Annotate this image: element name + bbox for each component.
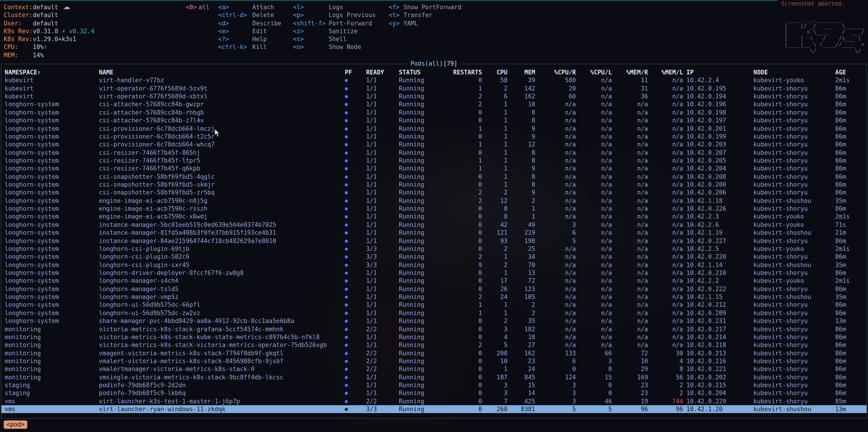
pod-row[interactable]: kubevirtvirt-operator-6776f5689d-xbtxl●1… (1, 92, 867, 100)
cell-node: kubevirt-shoryu (753, 84, 832, 92)
cell-node: kubevirt-shoryu (753, 148, 832, 157)
pod-row[interactable]: longhorn-systemcsi-resizer-7466f7b45f-86… (1, 148, 867, 157)
sort-arrow-icon: ↑ (37, 69, 41, 76)
pod-row[interactable]: monitoringvmalert-victoria-metrics-k8s-s… (1, 357, 867, 365)
pod-row[interactable]: longhorn-systeminstance-manager-81fd5a40… (1, 229, 867, 237)
pod-row[interactable]: kubevirtvirt-operator-6776f5689d-5zx9t●1… (1, 84, 867, 92)
col-header-ready: READY (366, 68, 399, 76)
pod-row[interactable]: monitoringvmagent-victoria-metrics-k8s-s… (1, 349, 867, 357)
pod-row[interactable]: longhorn-systemcsi-attacher-57689cc84b-z… (1, 117, 867, 125)
pod-row[interactable]: longhorn-systemengine-image-ei-acb7590c-… (1, 205, 867, 213)
pod-row[interactable]: longhorn-systemengine-image-ei-acb7590c-… (1, 197, 867, 205)
pod-row[interactable]: monitoringvmsingle-victoria-metrics-k8s-… (1, 373, 867, 381)
cell-node: kubevirt-shoryu (753, 389, 832, 397)
pod-row[interactable]: kubevirtvirt-handler-v77bz●1/1Running058… (1, 76, 867, 85)
cell-restarts: 0 (452, 333, 482, 341)
cell-pf: ● (342, 181, 366, 189)
hotkey-menu-column-1: <a>Attach<ctrl-d>Delete<d>Describe<e>Edi… (218, 3, 281, 51)
cell-mem_r: n/a (612, 301, 648, 309)
pod-row[interactable]: monitoringvictoria-metrics-k8s-stack-kub… (1, 333, 867, 341)
cell-ready: 1/1 (366, 125, 399, 133)
cell-mem: 219 (507, 229, 535, 237)
cell-cpu_r: 3 (535, 389, 576, 397)
col-header-status: STATUS (399, 68, 452, 76)
cell-namespace: longhorn-system (5, 108, 99, 117)
pod-row[interactable]: longhorn-systemcsi-resizer-7466f7b45f-q6… (1, 165, 867, 173)
cell-ready: 1/1 (366, 181, 399, 189)
pod-row[interactable]: longhorn-systemshare-manager-pvc-4bbd842… (1, 317, 867, 325)
pod-row[interactable]: monitoringvictoria-metrics-k8s-stack-gra… (1, 325, 867, 333)
hotkey-label: Kill (252, 44, 267, 51)
cell-ready: 2/2 (366, 365, 399, 373)
cell-cpu_r: n/a (535, 173, 576, 181)
hotkey-label: Attach (252, 4, 274, 11)
cell-name: instance-manager-5bc01eeb519c0ed639e504e… (99, 221, 342, 229)
pod-row[interactable]: longhorn-systemcsi-attacher-57689cc84b-r… (1, 108, 867, 117)
cell-cpu_r: 60 (535, 92, 576, 100)
pod-row[interactable]: longhorn-systemlonghorn-manager-vmp5z●1/… (1, 293, 867, 301)
cell-ip: 10.42.0.221 (686, 365, 753, 373)
pod-row[interactable]: stagingpodinfo-79db68f5c9-2d2dn●1/1Runni… (1, 381, 867, 389)
cell-name: longhorn-manager-tsld5 (99, 285, 342, 293)
cell-mem_l: n/a (648, 117, 683, 125)
cell-ip: 10.42.0.215 (686, 381, 753, 389)
cell-ready: 1/1 (366, 148, 399, 157)
cell-cpu: 1 (482, 309, 507, 317)
cell-cpu: 187 (482, 373, 507, 381)
cell-pf: ● (342, 117, 366, 125)
pod-row[interactable]: longhorn-systemcsi-snapshotter-58bf69fbd… (1, 189, 867, 197)
pod-row[interactable]: longhorn-systemcsi-provisioner-6c78dcb66… (1, 133, 867, 141)
cell-ip: 10.42.0.210 (686, 269, 753, 277)
pod-row[interactable]: longhorn-systeminstance-manager-5bc01eeb… (1, 221, 867, 229)
cell-ip: 10.42.2.2 (686, 277, 753, 285)
pod-row[interactable]: longhorn-systemlonghorn-manager-s4ch4●1/… (1, 277, 867, 285)
pod-row[interactable]: longhorn-systemcsi-provisioner-6c78dcb66… (1, 125, 867, 133)
col-header-cpu: CPU (482, 68, 507, 76)
cell-ready: 1/1 (366, 157, 399, 165)
pod-row[interactable]: longhorn-systemcsi-snapshotter-58bf69fbd… (1, 173, 867, 181)
cell-ip: 10.42.0.199 (686, 133, 753, 141)
cell-pf: ● (342, 100, 366, 108)
notification-text: Screenshot aborted. (781, 0, 845, 7)
pod-row[interactable]: longhorn-systemcsi-attacher-57689cc84b-g… (1, 100, 867, 108)
pod-row[interactable]: longhorn-systemlonghorn-csi-plugin-sxr45… (1, 261, 867, 269)
cell-ip: 10.42.0.197 (686, 117, 753, 125)
cell-restarts: 1 (452, 84, 482, 92)
cell-pf: ● (342, 309, 366, 317)
pod-row[interactable]: longhorn-systemlonghorn-ui-56d9b575dc-66… (1, 301, 867, 309)
cell-cpu: 1 (482, 117, 507, 125)
pod-row[interactable]: longhorn-systemcsi-snapshotter-58bf69fbd… (1, 181, 867, 189)
pod-row[interactable]: longhorn-systeminstance-manager-84ae2159… (1, 237, 867, 245)
cell-mem_l: 56 (648, 373, 683, 381)
pod-row[interactable]: longhorn-systemlonghorn-csi-plugin-582c6… (1, 253, 867, 261)
cell-mem_r: 10 (612, 357, 648, 365)
pod-row[interactable]: stagingpodinfo-79db68f5c9-lkb6q●1/1Runni… (1, 389, 867, 397)
cloud-icon: ☁ (63, 2, 70, 11)
cell-namespace: longhorn-system (5, 165, 99, 173)
cell-status: Running (399, 157, 452, 165)
cell-namespace: monitoring (5, 333, 99, 341)
cell-pf: ● (342, 317, 366, 325)
pod-row[interactable]: monitoringvictoria-metrics-k8s-stack-vic… (1, 341, 867, 349)
pod-row[interactable]: longhorn-systemlonghorn-driver-deployer-… (1, 269, 867, 277)
pod-row[interactable]: longhorn-systemlonghorn-ui-56d9b575dc-zw… (1, 309, 867, 317)
cell-cpu: 10 (482, 357, 507, 365)
cell-cpu_l: n/a (576, 269, 612, 277)
pod-row[interactable]: longhorn-systemlonghorn-manager-tsld5●1/… (1, 285, 867, 293)
cell-namespace: staging (5, 381, 99, 389)
cell-mem_l: 4 (648, 357, 683, 365)
table-title-scope: (all) (425, 60, 443, 67)
cell-pf: ● (342, 133, 366, 141)
cell-ip: 10.42.1.15 (686, 293, 753, 301)
pod-row[interactable]: monitoringvmalertmanager-victoria-metric… (1, 365, 867, 373)
cell-pf: ● (342, 389, 366, 397)
pod-row[interactable]: longhorn-systemengine-image-ei-acb7590c-… (1, 213, 867, 221)
pod-row[interactable]: longhorn-systemcsi-resizer-7466f7b45f-lt… (1, 157, 867, 165)
pod-row[interactable]: vmsvirt-launcher-k3s-test-1-master-1-j6p… (1, 397, 867, 405)
pod-row[interactable]: longhorn-systemlonghorn-csi-plugin-69tjb… (1, 245, 867, 253)
cell-mem: 12 (507, 140, 535, 148)
cell-cpu: 42 (482, 221, 507, 229)
cell-cpu_l: n/a (576, 325, 612, 333)
pod-row[interactable]: vmsvirt-launcher-ryan-windows-11-zkdqk●3… (1, 405, 867, 413)
pod-row[interactable]: longhorn-systemcsi-provisioner-6c78dcb66… (1, 140, 867, 148)
